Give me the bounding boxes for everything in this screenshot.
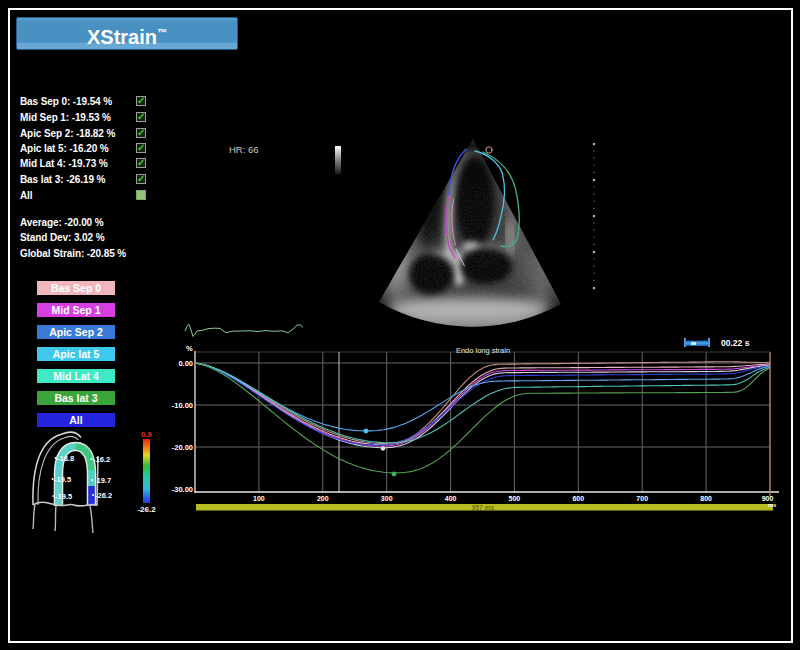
svg-text:-18.8: -18.8 — [57, 454, 74, 463]
svg-text:ms: ms — [768, 502, 777, 508]
svg-text:-30.00: -30.00 — [172, 485, 193, 494]
svg-text:-10.00: -10.00 — [172, 401, 193, 410]
svg-text:800: 800 — [700, 495, 712, 502]
svg-text:700: 700 — [636, 495, 648, 502]
svg-text:900: 900 — [762, 495, 774, 502]
svg-text:-26.2: -26.2 — [95, 491, 112, 500]
svg-text:400: 400 — [445, 495, 457, 502]
svg-text:957 ms: 957 ms — [472, 504, 494, 511]
svg-text:-20.00: -20.00 — [172, 443, 193, 452]
svg-text:100: 100 — [253, 495, 265, 502]
svg-text:-16.2: -16.2 — [93, 455, 110, 464]
svg-text:-19.7: -19.7 — [94, 476, 111, 485]
svg-text:0.00: 0.00 — [178, 359, 193, 368]
svg-text:00.22 s: 00.22 s — [721, 338, 750, 348]
svg-text:Endo long strain: Endo long strain — [456, 346, 510, 355]
svg-text:500: 500 — [509, 495, 521, 502]
svg-text:200: 200 — [317, 495, 329, 502]
svg-text:-19.5: -19.5 — [54, 475, 71, 484]
svg-text:%: % — [186, 344, 193, 353]
svg-text:0.9: 0.9 — [141, 430, 151, 439]
svg-text:-19.5: -19.5 — [55, 492, 72, 501]
svg-text:-26.2: -26.2 — [137, 505, 156, 514]
svg-text:300: 300 — [381, 495, 393, 502]
svg-text:600: 600 — [572, 495, 584, 502]
